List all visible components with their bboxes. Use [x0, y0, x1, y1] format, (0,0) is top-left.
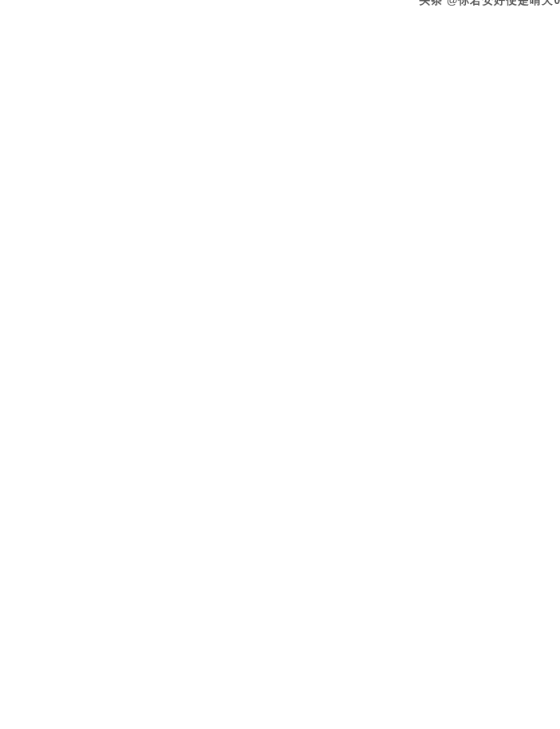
- connector-lines: [0, 0, 560, 16]
